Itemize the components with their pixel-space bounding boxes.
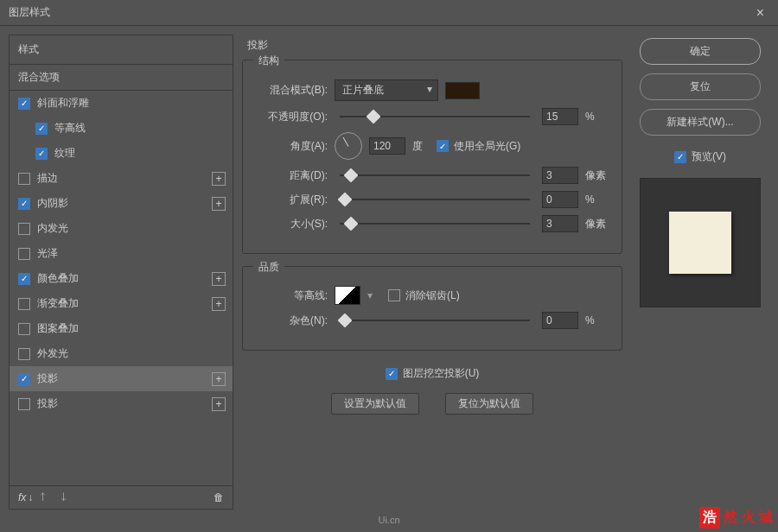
watermark: 浩 然 火 城 [699, 507, 773, 529]
style-checkbox[interactable] [18, 248, 30, 260]
angle-dial[interactable] [335, 132, 362, 160]
blend-mode-select[interactable]: 正片叠底 [335, 79, 438, 101]
shadow-color-swatch[interactable] [445, 82, 480, 99]
style-item-8[interactable]: 渐变叠加+ [10, 291, 233, 316]
style-checkbox[interactable] [18, 348, 30, 360]
up-icon[interactable]: 🡑 [38, 491, 48, 504]
quality-legend: 品质 [253, 260, 284, 275]
style-checkbox[interactable] [18, 198, 30, 210]
global-light-checkbox[interactable] [437, 140, 449, 152]
style-label: 渐变叠加 [37, 296, 79, 311]
new-style-button[interactable]: 新建样式(W)... [640, 109, 761, 136]
style-checkbox[interactable] [18, 323, 30, 335]
preview-label: 预览(V) [692, 149, 726, 164]
style-item-0[interactable]: 斜面和浮雕 [10, 91, 233, 116]
knockout-label: 图层挖空投影(U) [403, 366, 480, 381]
size-slider[interactable] [340, 217, 530, 231]
style-checkbox[interactable] [35, 148, 48, 160]
down-icon[interactable]: 🡓 [59, 491, 69, 504]
add-effect-icon[interactable]: + [212, 372, 226, 386]
ok-button[interactable]: 确定 [640, 38, 761, 65]
chevron-down-icon[interactable]: ▾ [367, 289, 373, 301]
style-item-4[interactable]: 内阴影+ [10, 191, 233, 216]
style-checkbox[interactable] [18, 98, 30, 110]
add-effect-icon[interactable]: + [212, 172, 226, 186]
section-title: 投影 [247, 38, 622, 53]
style-checkbox[interactable] [18, 398, 30, 410]
set-default-button[interactable]: 设置为默认值 [331, 393, 419, 415]
style-item-3[interactable]: 描边+ [10, 166, 233, 191]
knockout-checkbox[interactable] [386, 368, 398, 380]
style-label: 内阴影 [37, 196, 68, 211]
add-effect-icon[interactable]: + [212, 397, 226, 411]
style-label: 投影 [37, 371, 58, 386]
quality-group: 品质 等高线: ▾ 消除锯齿(L) 杂色(N): 0 % [242, 266, 622, 351]
style-item-12[interactable]: 投影+ [10, 391, 233, 416]
size-input[interactable]: 3 [542, 215, 578, 232]
contour-picker[interactable] [335, 286, 360, 305]
preview-swatch [669, 212, 731, 274]
fx-icon[interactable]: fx [18, 491, 26, 504]
main: 样式 混合选项 斜面和浮雕等高线纹理描边+内阴影+内发光光泽颜色叠加+渐变叠加+… [0, 26, 778, 518]
size-label: 大小(S): [258, 217, 328, 231]
style-item-9[interactable]: 图案叠加 [10, 316, 233, 341]
add-effect-icon[interactable]: + [212, 197, 226, 211]
opacity-label: 不透明度(O): [258, 110, 328, 124]
right-panel: 确定 复位 新建样式(W)... 预览(V) [631, 35, 769, 510]
structure-legend: 结构 [253, 54, 284, 68]
antialias-checkbox[interactable] [388, 289, 400, 301]
style-checkbox[interactable] [18, 373, 30, 385]
style-label: 纹理 [54, 146, 75, 161]
spread-label: 扩展(R): [258, 193, 328, 207]
preview-box [640, 178, 761, 307]
style-checkbox[interactable] [35, 123, 48, 135]
style-checkbox[interactable] [18, 273, 30, 285]
distance-input[interactable]: 3 [542, 167, 578, 184]
style-label: 图案叠加 [37, 321, 79, 336]
spread-slider[interactable] [340, 193, 530, 206]
distance-slider[interactable] [340, 168, 530, 182]
noise-slider[interactable] [340, 314, 530, 327]
style-item-2[interactable]: 纹理 [10, 141, 233, 166]
noise-label: 杂色(N): [258, 314, 328, 328]
trash-icon[interactable]: 🗑 [214, 491, 224, 504]
style-checkbox[interactable] [18, 298, 30, 310]
style-checkbox[interactable] [18, 173, 30, 185]
style-label: 斜面和浮雕 [37, 96, 89, 111]
angle-label: 角度(A): [258, 139, 328, 154]
style-label: 光泽 [37, 246, 58, 261]
style-label: 投影 [37, 396, 58, 411]
cancel-button[interactable]: 复位 [640, 73, 761, 100]
style-label: 外发光 [37, 346, 68, 361]
style-item-6[interactable]: 光泽 [10, 241, 233, 266]
style-item-10[interactable]: 外发光 [10, 341, 233, 366]
reset-default-button[interactable]: 复位为默认值 [445, 393, 533, 415]
settings-panel: 投影 结构 混合模式(B): 正片叠底 不透明度(O): 15 % 角度(A):… [242, 35, 622, 510]
spread-input[interactable]: 0 [542, 191, 578, 208]
style-item-11[interactable]: 投影+ [10, 366, 233, 391]
styles-footer: fx↓ 🡑 🡓 🗑 [10, 485, 233, 509]
style-checkbox[interactable] [18, 223, 30, 235]
styles-header: 样式 [10, 35, 233, 65]
blend-mode-label: 混合模式(B): [258, 83, 328, 98]
styles-panel: 样式 混合选项 斜面和浮雕等高线纹理描边+内阴影+内发光光泽颜色叠加+渐变叠加+… [9, 35, 233, 510]
style-label: 颜色叠加 [37, 271, 79, 286]
add-effect-icon[interactable]: + [212, 297, 226, 311]
opacity-input[interactable]: 15 [542, 108, 578, 125]
style-label: 描边 [37, 171, 58, 186]
style-item-1[interactable]: 等高线 [10, 116, 233, 141]
angle-input[interactable]: 120 [369, 137, 405, 155]
style-label: 等高线 [54, 121, 86, 136]
distance-label: 距离(D): [258, 168, 328, 183]
preview-checkbox[interactable] [674, 151, 686, 163]
structure-group: 结构 混合模式(B): 正片叠底 不透明度(O): 15 % 角度(A): 12… [242, 60, 622, 254]
close-icon[interactable]: × [751, 5, 769, 21]
blend-options[interactable]: 混合选项 [10, 65, 233, 91]
style-item-7[interactable]: 颜色叠加+ [10, 266, 233, 291]
add-effect-icon[interactable]: + [212, 272, 226, 286]
style-item-5[interactable]: 内发光 [10, 216, 233, 241]
opacity-slider[interactable] [340, 110, 530, 124]
style-label: 内发光 [37, 221, 68, 236]
noise-input[interactable]: 0 [542, 312, 578, 329]
style-list: 斜面和浮雕等高线纹理描边+内阴影+内发光光泽颜色叠加+渐变叠加+图案叠加外发光投… [10, 91, 233, 485]
